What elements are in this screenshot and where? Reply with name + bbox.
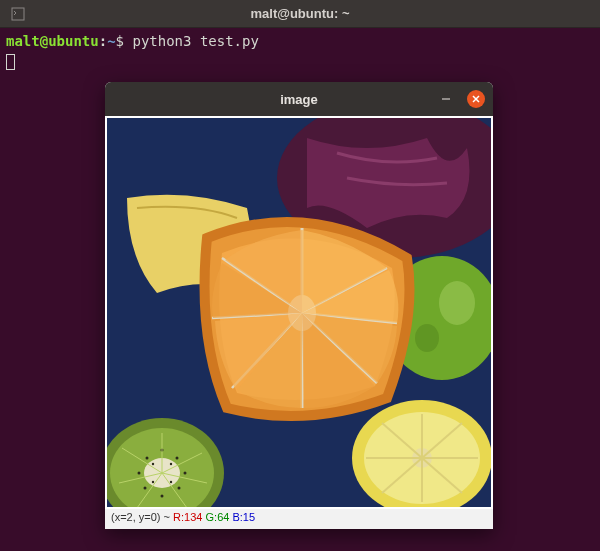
window-controls (437, 90, 485, 108)
terminal-title: malt@ubuntu: ~ (251, 6, 350, 21)
svg-point-28 (152, 463, 154, 465)
prompt-symbol: $ (116, 33, 124, 49)
image-window-title: image (280, 92, 318, 107)
status-g-label: G: (206, 511, 218, 523)
svg-point-25 (161, 495, 164, 498)
image-viewer-window: image (105, 82, 493, 529)
terminal-titlebar: malt@ubuntu: ~ (0, 0, 600, 28)
svg-point-26 (144, 487, 147, 490)
svg-point-8 (415, 324, 439, 352)
svg-point-22 (176, 457, 179, 460)
svg-point-31 (152, 481, 154, 483)
svg-point-27 (138, 472, 141, 475)
svg-point-30 (170, 481, 172, 483)
svg-point-7 (439, 281, 475, 325)
prompt-colon: : (99, 33, 107, 49)
svg-point-24 (178, 487, 181, 490)
svg-point-20 (146, 457, 149, 460)
status-r-value: 134 (184, 511, 202, 523)
status-r-label: R: (173, 511, 184, 523)
cursor-line (6, 52, 594, 70)
status-b-value: 15 (243, 511, 255, 523)
command-text: python3 test.py (132, 33, 258, 49)
status-coords: (x=2, y=0) ~ (111, 511, 170, 523)
image-status-bar: (x=2, y=0) ~ R:134 G:64 B:15 (105, 509, 493, 529)
status-g-value: 64 (217, 511, 229, 523)
prompt-path: ~ (107, 33, 115, 49)
svg-point-23 (184, 472, 187, 475)
svg-rect-0 (12, 8, 24, 20)
prompt-user: malt@ubuntu (6, 33, 99, 49)
image-canvas[interactable] (107, 118, 491, 507)
status-b-label: B: (232, 511, 242, 523)
image-window-titlebar[interactable]: image (105, 82, 493, 116)
terminal-body[interactable]: malt@ubuntu:~$ python3 test.py (0, 28, 600, 74)
close-button[interactable] (467, 90, 485, 108)
terminal-cursor (6, 54, 15, 70)
svg-point-29 (170, 463, 172, 465)
terminal-app-icon (10, 6, 26, 22)
minimize-button[interactable] (437, 90, 455, 108)
